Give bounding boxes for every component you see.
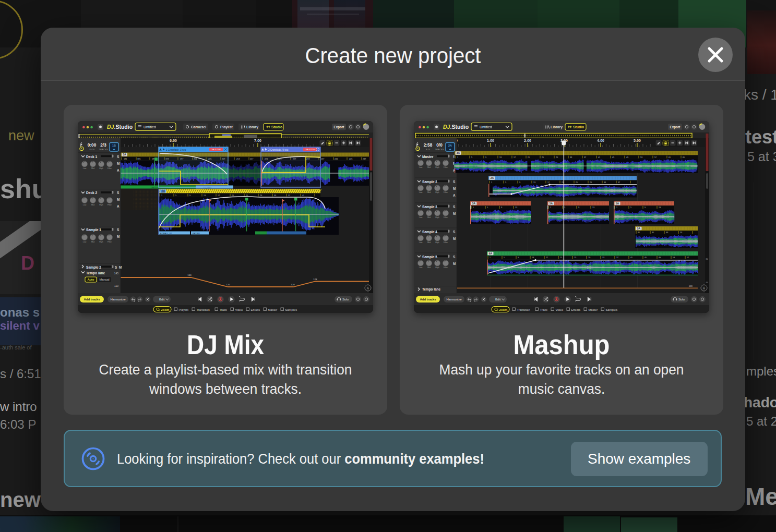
svg-text:Tempo lane: Tempo lane [86, 271, 105, 275]
svg-text:Transition: Transition [197, 308, 210, 311]
svg-text:1: 1 [457, 156, 458, 159]
svg-text:237: 237 [321, 158, 324, 160]
svg-text:13: 13 [499, 156, 502, 159]
svg-text:29: 29 [588, 257, 590, 259]
svg-text:Sample 1: Sample 1 [86, 228, 101, 232]
svg-text:37: 37 [288, 195, 290, 197]
svg-text:6A: 6A [489, 252, 493, 255]
svg-text:120: 120 [291, 283, 295, 286]
svg-text:Filter: Filter [108, 167, 112, 170]
svg-text:Low: Low [83, 204, 87, 206]
svg-text:A: A [703, 286, 706, 290]
svg-text:Harmonize: Harmonize [110, 298, 126, 301]
svg-text:53: 53 [640, 156, 642, 159]
svg-text:29: 29 [556, 156, 558, 159]
svg-text:5: 5 [630, 207, 631, 209]
svg-text:Filter: Filter [444, 267, 448, 269]
svg-text:Mid: Mid [91, 241, 94, 243]
svg-text:Deck 1: Deck 1 [86, 155, 98, 159]
svg-text:21: 21 [560, 257, 562, 259]
svg-text:21: 21 [562, 182, 564, 184]
svg-text:29: 29 [590, 182, 592, 184]
svg-text:Mid: Mid [91, 204, 94, 206]
svg-text:Track: Track [220, 308, 227, 311]
svg-text:Add tracks: Add tracks [420, 298, 436, 301]
svg-text:Filter: Filter [444, 241, 448, 244]
svg-text:41: 41 [302, 195, 304, 197]
svg-text:Filter: Filter [444, 216, 448, 219]
svg-text:21: 21 [232, 195, 234, 197]
svg-text:Add tracks: Add tracks [83, 298, 100, 301]
svg-text:37: 37 [584, 156, 586, 159]
svg-text:19:26: 19:26 [89, 148, 95, 151]
svg-text:185: 185 [137, 158, 140, 160]
svg-text:5:00: 5:00 [634, 139, 641, 142]
svg-text:S: S [117, 191, 120, 195]
svg-text:2:00: 2:00 [524, 139, 531, 142]
svg-text:49: 49 [659, 257, 661, 259]
svg-text:13: 13 [533, 182, 535, 184]
svg-text:Low: Low [83, 241, 87, 243]
svg-text:Export: Export [334, 125, 345, 129]
svg-text:1B: 1B [112, 144, 116, 147]
svg-text:120: 120 [226, 283, 230, 286]
svg-text:65: 65 [683, 156, 685, 159]
svg-text:M: M [117, 162, 120, 165]
svg-text:Samples: Samples [285, 308, 297, 311]
svg-text:Filter: Filter [108, 204, 112, 206]
svg-text:Edit: Edit [495, 298, 501, 301]
svg-text:Mid: Mid [427, 166, 431, 168]
svg-text:Carousel: Carousel [191, 125, 206, 129]
svg-text:2 Crossfade, 9 sec: 2 Crossfade, 9 sec [268, 149, 289, 151]
svg-text:Sample 2: Sample 2 [422, 180, 437, 184]
svg-text:5A: 5A [550, 202, 553, 205]
svg-text:Transition: Transition [517, 308, 530, 311]
svg-text:High: High [435, 241, 439, 244]
svg-text:17: 17 [546, 257, 548, 259]
svg-text:Playlist: Playlist [179, 308, 189, 311]
svg-text:Effects: Effects [571, 308, 581, 311]
svg-text:33: 33 [604, 182, 606, 184]
svg-text:213: 213 [236, 158, 240, 160]
svg-text:Export: Export [670, 125, 681, 129]
svg-text:S: S [453, 180, 456, 184]
svg-text:High: High [99, 204, 103, 206]
svg-text:6:00: 6:00 [170, 139, 177, 142]
svg-text:30: 30 [706, 258, 708, 260]
svg-text:1: 1 [161, 195, 162, 197]
svg-text:33: 33 [602, 257, 604, 259]
svg-text:37: 37 [618, 182, 620, 184]
svg-text:Low: Low [419, 267, 423, 269]
svg-text:Solo: Solo [678, 298, 685, 301]
svg-text:249: 249 [363, 158, 366, 160]
svg-text:53: 53 [680, 232, 682, 234]
svg-text:128: 128 [313, 278, 317, 281]
svg-text:1: 1 [491, 182, 492, 184]
svg-text:13: 13 [659, 207, 661, 209]
svg-text:45: 45 [706, 281, 708, 284]
svg-text:49: 49 [666, 232, 668, 234]
svg-text:High: High [435, 166, 439, 168]
svg-text:Master: Master [268, 308, 278, 311]
svg-text:Filter: Filter [444, 191, 448, 194]
svg-text:Effects: Effects [251, 308, 260, 311]
svg-text:DJ: DJ [107, 124, 115, 130]
svg-text:45: 45 [612, 156, 614, 159]
svg-text:53: 53 [673, 257, 675, 259]
svg-text:17: 17 [218, 195, 220, 197]
svg-text:S: S [117, 228, 120, 232]
svg-text:1:00: 1:00 [487, 139, 494, 142]
svg-text:2A: 2A [448, 144, 452, 147]
svg-text:21: 21 [528, 156, 530, 159]
svg-text:Auto: Auto [87, 278, 94, 281]
svg-text:13: 13 [532, 257, 534, 259]
svg-text:2:58: 2:58 [424, 143, 433, 148]
svg-text:5: 5 [175, 195, 176, 197]
svg-text:3A 4:7:10: 3A 4:7:10 [305, 148, 315, 151]
svg-text:13: 13 [204, 195, 206, 197]
svg-text:Master: Master [589, 308, 598, 311]
svg-text:5: 5 [487, 207, 488, 209]
svg-text:Manual: Manual [99, 278, 109, 281]
svg-text:Untitled: Untitled [480, 125, 492, 129]
svg-text:TRACKS: TRACKS [435, 148, 444, 151]
